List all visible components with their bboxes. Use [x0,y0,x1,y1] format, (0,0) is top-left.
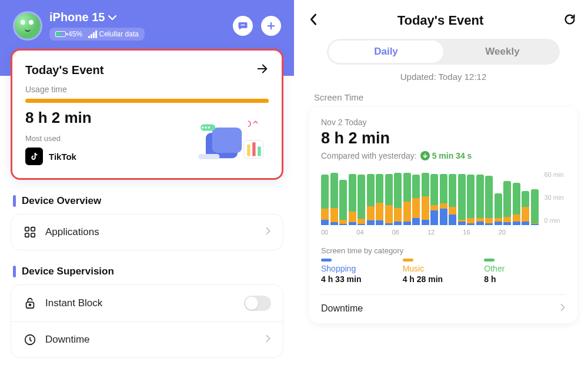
chart-bar [330,173,338,225]
chart-bar [503,181,511,225]
today-event-pane: Today's Event Daily Weekly Updated: Toda… [294,0,588,392]
today-event-card[interactable]: Today's Event Usage time 8 h 2 min Most … [11,49,283,180]
refresh-button[interactable] [563,13,576,28]
add-button[interactable] [261,16,281,36]
usage-label: Usage time [25,85,269,94]
chevron-down-icon [108,15,116,21]
back-button[interactable] [309,13,318,28]
svg-rect-9 [247,145,250,156]
x-tick: 16 [463,229,498,236]
svg-rect-2 [212,128,242,153]
svg-point-17 [29,304,31,306]
category-other[interactable]: Other 8 h [484,259,566,284]
section-title-label: Device Overview [22,195,101,207]
x-tick: 04 [356,229,392,236]
apps-icon [23,225,37,239]
compared-delta: 5 min 34 s [432,151,472,160]
category-name: Shopping [321,264,403,273]
swatch [403,259,413,262]
chart-bar [358,175,365,225]
lock-icon [23,296,37,310]
usage-bar [25,99,269,103]
device-status: 45% Celullar data [49,28,145,41]
chart-bar [339,180,347,225]
downtime-label: Downtime [321,303,363,314]
category-music[interactable]: Music 4 h 28 min [403,259,485,284]
category-name: Music [403,264,485,273]
section-bar [13,195,16,207]
instant-block-row[interactable]: Instant Block [11,285,283,321]
category-title: Screen time by category [321,246,566,255]
usage-bar-fill [25,99,269,103]
device-name-label: iPhone 15 [49,11,105,24]
svg-rect-12 [25,227,29,231]
applications-row[interactable]: Applications [11,215,283,250]
screen-time-label: Screen Time [314,92,580,102]
svg-point-4 [202,126,204,129]
x-axis: 000408121620 [321,229,534,236]
chart-bar [522,191,529,225]
svg-rect-15 [31,233,35,237]
chart-bar [513,183,520,225]
avatar[interactable] [13,11,42,41]
battery-pct: 45% [68,30,82,38]
svg-rect-13 [31,227,35,231]
category-value: 4 h 28 min [403,274,485,284]
battery-icon [55,31,66,37]
chart-bar [385,174,393,225]
x-tick: 08 [392,229,427,236]
category-value: 8 h [484,274,566,284]
swatch [321,259,332,262]
row-label: Downtime [45,334,90,346]
svg-point-5 [205,126,207,129]
chevron-left-icon [309,13,318,26]
chart-bar [367,174,375,225]
chart-bar [412,175,420,225]
chart-bar [476,175,484,225]
network-label: Celullar data [99,30,139,38]
page-title: Today's Event [397,13,484,28]
chart-bar [440,174,447,225]
chevron-right-icon [560,303,566,314]
svg-rect-14 [25,233,29,237]
tab-weekly[interactable]: Weekly [445,39,560,65]
chart-bar [467,175,475,225]
row-label: Applications [45,226,99,238]
section-bar [13,266,16,277]
clock-icon [23,333,37,347]
signal-icon [88,31,97,38]
supervision-list: Instant Block Downtime [11,284,283,358]
plus-icon [266,21,276,31]
chart-bar [449,174,456,225]
chart-bar [422,173,429,225]
instant-block-toggle[interactable] [244,296,271,311]
downtime-row[interactable]: Downtime [11,321,283,357]
section-device-supervision: Device Supervision [13,266,281,277]
most-used-app: TikTok [49,152,76,162]
chat-icon [238,21,248,31]
arrow-down-icon [420,151,430,160]
row-label: Instant Block [45,297,102,309]
chart-bar [403,173,411,225]
chart-bar [458,174,466,225]
device-info: iPhone 15 45% Celullar data [13,11,145,41]
decor-illustration [183,117,271,170]
chart-bar [394,173,402,225]
downtime-detail-row[interactable]: Downtime [321,294,566,314]
date-label: Nov 2 Today [321,118,566,127]
tab-daily[interactable]: Daily [329,41,443,63]
messages-button[interactable] [233,16,253,36]
svg-rect-0 [240,24,245,25]
chart-bar [485,176,493,225]
y-tick: 30 min [544,194,566,201]
arrow-right-icon [256,62,269,78]
category-shopping[interactable]: Shopping 4 h 33 min [321,259,403,284]
device-selector[interactable]: iPhone 15 [49,11,145,24]
y-axis: 60 min 30 min 0 min [544,171,566,225]
total-value: 8 h 2 min [321,129,566,148]
chart-bar [495,193,502,225]
svg-rect-10 [252,142,255,156]
x-tick: 12 [427,229,463,236]
dashboard-pane: iPhone 15 45% Celullar data [0,0,294,392]
page-header: Today's Event [307,11,580,36]
